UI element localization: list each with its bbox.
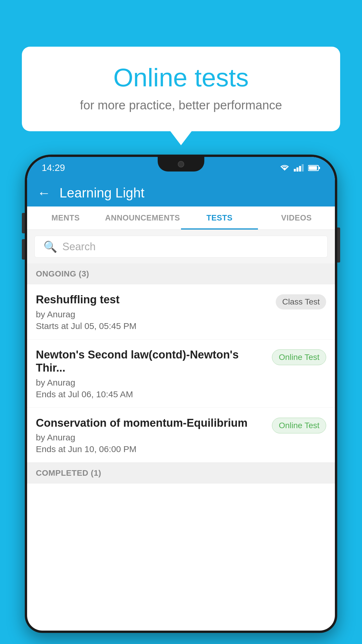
- status-time: 14:29: [42, 162, 65, 173]
- test-list: Reshuffling test by Anurag Starts at Jul…: [27, 284, 335, 463]
- test-author-2: by Anurag: [36, 378, 266, 388]
- tab-ments[interactable]: MENTS: [27, 206, 104, 230]
- wifi-icon: [280, 164, 290, 172]
- test-item-2[interactable]: Newton's Second law(contd)-Newton's Thir…: [27, 340, 335, 408]
- test-item-3[interactable]: Conservation of momentum-Equilibrium by …: [27, 408, 335, 463]
- completed-section-header: COMPLETED (1): [27, 463, 335, 484]
- phone-frame: 14:29: [25, 155, 337, 644]
- test-author-1: by Anurag: [36, 309, 270, 319]
- badge-class-test-1: Class Test: [276, 294, 326, 309]
- app-header: ← Learning Light: [27, 179, 335, 206]
- test-info-3: Conservation of momentum-Equilibrium by …: [36, 416, 266, 454]
- svg-rect-2: [299, 166, 301, 172]
- header-title: Learning Light: [59, 185, 145, 201]
- search-container: 🔍 Search: [27, 230, 335, 263]
- test-info-1: Reshuffling test by Anurag Starts at Jul…: [36, 293, 270, 331]
- power-button[interactable]: [337, 228, 340, 262]
- svg-rect-5: [309, 166, 317, 170]
- camera: [178, 161, 184, 167]
- test-date-3: Ends at Jun 10, 06:00 PM: [36, 444, 266, 454]
- speech-bubble: Online tests for more practice, better p…: [22, 47, 340, 131]
- search-icon: 🔍: [43, 240, 57, 253]
- tab-announcements[interactable]: ANNOUNCEMENTS: [104, 206, 181, 230]
- bubble-title: Online tests: [39, 63, 323, 92]
- tab-videos[interactable]: VIDEOS: [258, 206, 335, 230]
- bubble-subtitle: for more practice, better performance: [39, 98, 323, 112]
- volume-down-button[interactable]: [22, 239, 25, 260]
- status-bar: 14:29: [27, 157, 335, 179]
- test-title-3: Conservation of momentum-Equilibrium: [36, 416, 266, 430]
- svg-rect-6: [319, 167, 320, 169]
- notch: [158, 157, 204, 172]
- test-info-2: Newton's Second law(contd)-Newton's Thir…: [36, 348, 266, 399]
- tab-tests[interactable]: TESTS: [181, 206, 258, 230]
- badge-online-test-3: Online Test: [272, 418, 326, 433]
- battery-icon: [308, 165, 320, 171]
- test-title-1: Reshuffling test: [36, 293, 270, 307]
- search-input[interactable]: Search: [62, 241, 96, 253]
- test-item-1[interactable]: Reshuffling test by Anurag Starts at Jul…: [27, 284, 335, 340]
- svg-rect-0: [294, 169, 296, 172]
- svg-rect-1: [296, 167, 298, 172]
- badge-online-test-2: Online Test: [272, 349, 326, 365]
- signal-icon: [294, 164, 304, 172]
- test-author-3: by Anurag: [36, 433, 266, 442]
- test-date-2: Ends at Jul 06, 10:45 AM: [36, 389, 266, 399]
- volume-up-button[interactable]: [22, 213, 25, 233]
- search-bar[interactable]: 🔍 Search: [34, 236, 328, 258]
- svg-rect-3: [302, 164, 304, 172]
- back-button[interactable]: ←: [37, 185, 51, 201]
- ongoing-section-header: ONGOING (3): [27, 263, 335, 284]
- test-title-2: Newton's Second law(contd)-Newton's Thir…: [36, 348, 266, 375]
- test-date-1: Starts at Jul 05, 05:45 PM: [36, 321, 270, 331]
- status-icons: [280, 164, 320, 172]
- tabs-bar: MENTS ANNOUNCEMENTS TESTS VIDEOS: [27, 206, 335, 230]
